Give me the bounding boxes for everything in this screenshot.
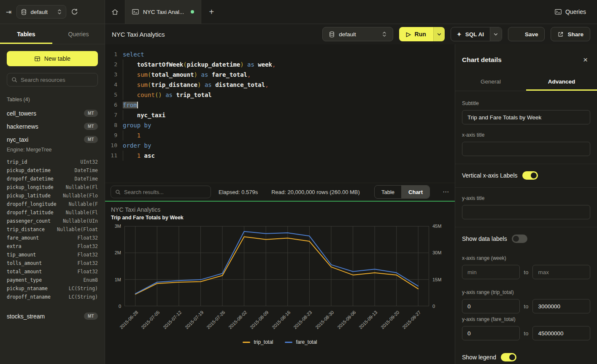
x-axis-tick: 2015-06-28 bbox=[119, 310, 139, 330]
topbar-database-select[interactable]: default bbox=[16, 5, 66, 19]
queries-button[interactable]: Queries bbox=[544, 0, 597, 24]
editor-line[interactable]: 1select bbox=[105, 49, 455, 59]
search-icon bbox=[115, 189, 121, 195]
column-row: total_amountFloat32 bbox=[7, 267, 98, 276]
panel-tab-advanced[interactable]: Advanced bbox=[526, 73, 597, 91]
workspace: 1select2 toStartOfWeek(pickup_datetime) … bbox=[105, 44, 455, 364]
sidebar: Tables Queries New table Tables (4) cell… bbox=[0, 24, 105, 364]
table-row-cell-towers[interactable]: cell_towers MT bbox=[0, 107, 105, 120]
search-resources-input[interactable] bbox=[21, 77, 93, 83]
show-data-labels-toggle[interactable] bbox=[512, 235, 527, 243]
chevron-down-icon bbox=[494, 33, 498, 36]
sidebar-tab-queries[interactable]: Queries bbox=[52, 24, 105, 44]
y-range-trip-max-input[interactable] bbox=[532, 299, 590, 313]
search-results-input[interactable] bbox=[124, 189, 206, 195]
query-database-select[interactable]: default bbox=[322, 27, 393, 41]
home-button[interactable] bbox=[105, 0, 125, 24]
y-axis-title-input[interactable] bbox=[462, 205, 590, 219]
x-range-min-input[interactable] bbox=[462, 265, 520, 279]
x-axis-tick: 2015-07-05 bbox=[140, 310, 161, 330]
line-number: 1 bbox=[105, 49, 117, 59]
app: ⇥ default NYC Taxi Anal... bbox=[0, 0, 597, 364]
divider bbox=[455, 164, 597, 164]
query-header: NYC Taxi Analytics default ▷ Run bbox=[105, 24, 597, 44]
x-axis-tick: 2015-09-27 bbox=[401, 310, 421, 330]
new-tab-button[interactable]: + bbox=[201, 0, 222, 24]
collapse-sidebar-button[interactable]: ⇥ bbox=[6, 8, 11, 16]
series-fare_total bbox=[135, 232, 418, 294]
column-row: passenger_countNullable(UIn bbox=[7, 217, 98, 225]
refresh-button[interactable] bbox=[71, 8, 78, 15]
database-icon bbox=[329, 31, 335, 38]
legend-item-fare_total[interactable]: fare_total bbox=[285, 339, 317, 345]
legend-label: trip_total bbox=[254, 339, 273, 345]
updown-chevrons-icon bbox=[57, 9, 62, 15]
table-row-stocks-stream[interactable]: stocks_stream MT bbox=[0, 310, 105, 323]
more-options-button[interactable]: ⋯ bbox=[443, 188, 449, 196]
engine-badge: MT bbox=[84, 136, 98, 143]
editor-line[interactable]: 11 1 asc bbox=[105, 151, 455, 161]
updown-chevrons-icon bbox=[382, 31, 386, 37]
topbar-left: ⇥ default bbox=[0, 0, 105, 24]
editor-line[interactable]: 4 sum(trip_distance) as distance_total, bbox=[105, 80, 455, 90]
editor-line[interactable]: 5 count() as trip_total bbox=[105, 90, 455, 100]
collapse-icon: ⇥ bbox=[6, 8, 11, 16]
line-number: 8 bbox=[105, 120, 117, 130]
tab-nyc-taxi-analytics[interactable]: NYC Taxi Anal... bbox=[125, 0, 201, 24]
main: NYC Taxi Analytics default ▷ Run bbox=[105, 24, 597, 364]
show-legend-toggle[interactable] bbox=[501, 353, 516, 361]
database-icon bbox=[21, 9, 27, 15]
editor-line[interactable]: 9 1 bbox=[105, 130, 455, 140]
panel-tab-general[interactable]: General bbox=[455, 73, 526, 91]
share-button[interactable]: Share bbox=[551, 27, 590, 41]
editor-line[interactable]: 10order by bbox=[105, 140, 455, 151]
line-number: 6 bbox=[105, 100, 117, 110]
to-label: to bbox=[524, 269, 529, 275]
vertical-x-labels-toggle[interactable] bbox=[522, 171, 538, 180]
close-panel-button[interactable]: × bbox=[583, 56, 588, 64]
topbar: ⇥ default NYC Taxi Anal... bbox=[0, 0, 597, 24]
run-options-button[interactable] bbox=[433, 27, 445, 41]
query-database-value: default bbox=[339, 31, 356, 38]
sidebar-tabs: Tables Queries bbox=[0, 24, 105, 44]
save-button[interactable]: Save bbox=[508, 27, 545, 41]
table-name: cell_towers bbox=[7, 110, 36, 117]
column-row: fare_amountFloat32 bbox=[7, 234, 98, 242]
show-data-labels-label: Show data labels bbox=[462, 235, 507, 242]
new-table-label: New table bbox=[44, 55, 70, 62]
y-axis-title-label: y-axis title bbox=[462, 195, 590, 201]
editor-line[interactable]: 7 nyc_taxi bbox=[105, 110, 455, 120]
sparkle-icon: ✦ bbox=[457, 31, 462, 38]
legend-item-trip_total[interactable]: trip_total bbox=[243, 339, 273, 345]
y-axis-tick-left: 3M bbox=[105, 223, 121, 229]
view-toggle-chart[interactable]: Chart bbox=[401, 186, 430, 198]
close-icon: × bbox=[583, 55, 588, 64]
y-range-fare-max-input[interactable] bbox=[532, 326, 590, 340]
plus-icon: + bbox=[209, 7, 214, 17]
y-range-trip-min-input[interactable] bbox=[462, 299, 520, 313]
table-row-nyc-taxi[interactable]: nyc_taxi MT bbox=[0, 133, 105, 146]
x-axis-title-label: x-axis title bbox=[462, 132, 590, 138]
editor-line[interactable]: 3 sum(total_amount) as fare_total, bbox=[105, 70, 455, 80]
x-axis-title-input[interactable] bbox=[462, 142, 590, 156]
view-toggle-table[interactable]: Table bbox=[375, 186, 401, 198]
x-range-max-input[interactable] bbox=[532, 265, 590, 279]
editor-line[interactable]: 8group by bbox=[105, 120, 455, 130]
new-table-button[interactable]: New table bbox=[7, 51, 98, 66]
sql-ai-button[interactable]: ✦ SQL AI bbox=[451, 27, 490, 41]
x-axis-tick: 2015-08-16 bbox=[271, 310, 291, 330]
editor-line[interactable]: 2 toStartOfWeek(pickup_datetime) as week… bbox=[105, 59, 455, 70]
sql-ai-options-button[interactable] bbox=[490, 27, 502, 41]
line-chart-plot[interactable] bbox=[124, 226, 429, 306]
sql-editor[interactable]: 1select2 toStartOfWeek(pickup_datetime) … bbox=[105, 44, 455, 183]
divider bbox=[455, 187, 597, 188]
save-label: Save bbox=[525, 31, 538, 38]
table-row-hackernews[interactable]: hackernews MT bbox=[0, 120, 105, 133]
sidebar-tab-tables[interactable]: Tables bbox=[0, 24, 52, 44]
y-range-fare-min-input[interactable] bbox=[462, 326, 520, 340]
editor-line[interactable]: 6from bbox=[105, 100, 455, 110]
home-icon bbox=[111, 8, 119, 16]
run-button[interactable]: ▷ Run bbox=[399, 27, 433, 41]
subtitle-input[interactable] bbox=[462, 110, 590, 124]
legend-label: fare_total bbox=[296, 339, 317, 345]
